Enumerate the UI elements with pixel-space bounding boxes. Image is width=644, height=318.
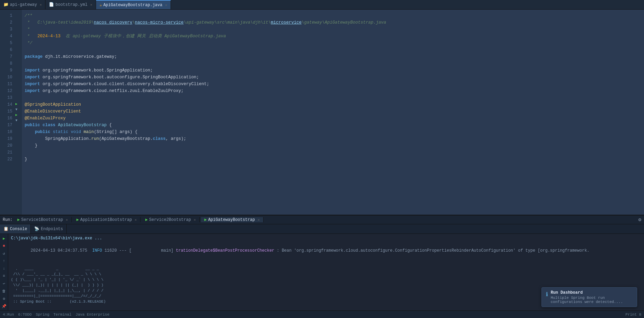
run-tab-app1-label: Application1Bootstrap (80, 217, 132, 222)
folder-icon: 📁 (3, 2, 9, 7)
wrap-btn[interactable]: ↩ (1, 280, 7, 287)
code-editor[interactable]: /** * C:\java-test\idea2019\nacos_discov… (22, 10, 644, 215)
tab-bootstrap-yml[interactable]: 📄 bootstrap.yml ✕ (45, 0, 96, 9)
run-dashboard-popup: ℹ Run Dashboard Multiple Spring Boot run… (541, 287, 637, 307)
tab-label: api-gateway (10, 2, 37, 7)
run-tab-apigateway-label: ApiGatewayBootstrap (208, 217, 255, 222)
code-line-7: package djh.it.microservice.gateway; (25, 53, 644, 60)
filter-btn[interactable]: ≡ (1, 273, 7, 279)
console-ascii-2: /\\ / ___'_ __ _ _(_)_ __ __ _ \ \ \ \ (11, 271, 641, 277)
scroll-down-btn[interactable]: ↓ (1, 265, 7, 271)
status-spring[interactable]: Spring (36, 313, 50, 317)
run-tab-app1[interactable]: ▶ Application1Bootstrap ✕ (73, 217, 141, 222)
gutter-run-icon[interactable]: ▶ (14, 101, 19, 107)
run-tab-service2[interactable]: ▶ Service2Bootstrap ✕ (142, 217, 200, 222)
code-line-21 (25, 149, 644, 156)
code-line-12: import org.springframework.cloud.netflix… (25, 88, 644, 94)
run-tab-apigateway[interactable]: ▶ ApiGatewayBootstrap ✕ (201, 217, 264, 222)
popup-title: Run Dashboard (551, 290, 633, 295)
console-blank (11, 260, 641, 266)
tab-label: bootstrap.yml (55, 2, 88, 7)
status-bar: 4:Run 6:TODO Spring Terminal Java Enterp… (0, 310, 644, 318)
file-icon: 📄 (49, 2, 54, 7)
code-line-4: * 2024-4-13 在 api-gateway 子模块中，创建 网关 启动类… (25, 33, 644, 40)
code-line-17: public class ApiGatewayBootstrap { (25, 122, 644, 129)
clear-btn[interactable]: 🗑 (1, 288, 7, 294)
run-bar: Run: ▶ Service1Bootstrap ✕ ▶ Application… (0, 215, 644, 224)
code-line-1: /** (25, 12, 644, 19)
editor-area: 123 456 789 101112 131415 161718 192021 … (0, 10, 644, 215)
code-line-3: * (25, 26, 644, 33)
code-line-20: } (25, 142, 644, 149)
run-tab-service1[interactable]: ▶ Service1Bootstrap ✕ (14, 217, 72, 222)
code-line-13 (25, 94, 644, 101)
status-run[interactable]: 4:Run (3, 313, 14, 317)
status-java-enterprise[interactable]: Java Enterprise (76, 313, 109, 317)
run-tab-service2-close[interactable]: ✕ (194, 218, 196, 222)
tab-apigateway-java[interactable]: ☕ ApiGatewayBootstrap.java ✕ (96, 0, 171, 9)
run-icon-service1: ▶ (17, 217, 20, 222)
pin-btn[interactable]: 📌 (1, 303, 7, 309)
code-line-8 (25, 60, 644, 67)
endpoints-tab[interactable]: 📡 Endpoints (31, 224, 67, 234)
settings-button[interactable]: ⚙ (639, 217, 641, 223)
endpoints-tab-label: Endpoints (41, 227, 63, 231)
console-tab-bar: 📋 Console 📡 Endpoints (0, 224, 644, 234)
console-line-info: 2024-04-13 04:24:37.575 INFO 11620 --- [… (11, 241, 641, 260)
console-icon: 📋 (3, 226, 9, 231)
java-icon: ☕ (99, 2, 102, 8)
console-ascii-1: . ____ _ __ _ _ (11, 266, 641, 271)
gear-icon: ⚙ (639, 217, 641, 223)
code-line-5: */ (25, 40, 644, 47)
scroll-up-btn[interactable]: ↑ (1, 258, 7, 264)
run-tab-service1-close[interactable]: ✕ (66, 218, 68, 222)
stop-btn[interactable]: ■ (1, 243, 7, 249)
run-tab-service1-label: Service1Bootstrap (21, 217, 63, 222)
run-tab-service2-label: Service2Bootstrap (149, 217, 191, 222)
settings-btn-console[interactable]: ⚙ (1, 295, 7, 302)
code-line-9: import org.springframework.boot.SpringAp… (25, 67, 644, 74)
console-line-cmd: C:\java\jdk-8u131x64\bin\java.exe ... (11, 235, 641, 241)
popup-desc: Multiple Spring Boot run configurations … (551, 296, 633, 304)
tab-api-gateway[interactable]: 📁 api-gateway ✕ (0, 0, 45, 9)
code-line-15: @EnableDiscoveryClient (25, 108, 644, 115)
run-icon-app1: ▶ (77, 217, 79, 222)
editor-tab-bar: 📁 api-gateway ✕ 📄 bootstrap.yml ✕ ☕ ApiG… (0, 0, 644, 10)
code-line-11: import org.springframework.cloud.client.… (25, 81, 644, 88)
console-ascii-3: ( ( )\___ | '_ | '_| | '_ \/ _` | \ \ \ … (11, 277, 641, 282)
code-line-18: public static void main(String[] args) { (25, 129, 644, 135)
gutter-collapse[interactable]: ▼ (14, 107, 19, 112)
status-terminal[interactable]: Terminal (53, 313, 71, 317)
bottom-panel: Run: ▶ Service1Bootstrap ✕ ▶ Application… (0, 215, 644, 310)
run-btn[interactable]: ▶ (1, 235, 7, 241)
tab-close-icon[interactable]: ✕ (40, 3, 42, 7)
status-print: Print 8 (626, 313, 641, 317)
code-line-10: import org.springframework.boot.autoconf… (25, 74, 644, 81)
tab-close-icon[interactable]: ✕ (90, 3, 92, 7)
run-tab-app1-close[interactable]: ✕ (135, 218, 137, 222)
rerun-btn[interactable]: ↺ (1, 250, 7, 256)
console-tab[interactable]: 📋 Console (0, 224, 31, 234)
info-icon: ℹ (546, 291, 548, 298)
code-line-19: SpringApplication.run(ApiGatewayBootstra… (25, 135, 644, 142)
tab-close-icon[interactable]: ✕ (165, 3, 167, 7)
run-icon-apigateway: ▶ (204, 217, 207, 222)
code-line-2: * C:\java-test\idea2019\nacos_discovery\… (25, 19, 644, 26)
status-todo[interactable]: 6:TODO (18, 313, 32, 317)
gutter: ▶ ▼ ▶ ▼ (14, 10, 22, 215)
tab-label: ApiGatewayBootstrap.java (103, 3, 162, 8)
line-numbers: 123 456 789 101112 131415 161718 192021 … (0, 10, 14, 215)
code-line-6 (25, 47, 644, 53)
run-icon-service2: ▶ (145, 217, 148, 222)
left-toolbar: ▶ ■ ↺ ↑ ↓ ≡ ↩ 🗑 ⚙ 📌 (0, 234, 8, 310)
run-tab-apigateway-close[interactable]: ✕ (258, 218, 260, 222)
endpoints-icon: 📡 (34, 226, 39, 231)
console-tab-label: Console (10, 227, 27, 231)
gutter-run-icon2[interactable]: ▶ (14, 112, 19, 118)
code-line-22: } (25, 156, 644, 163)
run-label: Run: (3, 217, 13, 222)
code-line-14: @SpringBootApplication (25, 101, 644, 108)
code-line-16: @EnableZuulProxy (25, 115, 644, 122)
gutter-collapse2[interactable]: ▼ (14, 118, 19, 123)
